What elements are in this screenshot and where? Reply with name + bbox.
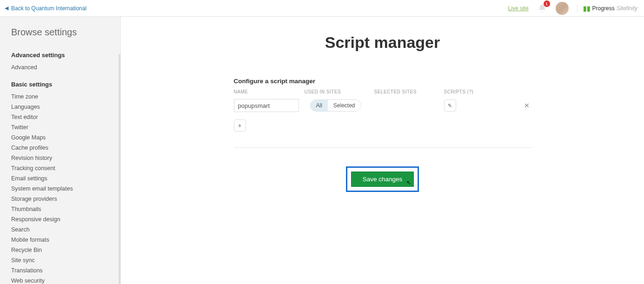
panel-divider [234,147,531,148]
sidebar-item-storage-providers[interactable]: Storage providers [11,194,120,204]
col-header-name: NAME [234,89,305,94]
main-content: Script manager Configure a script manage… [121,17,644,284]
brand-sub: Sitefinity [617,5,637,12]
sidebar-item-languages[interactable]: Languages [11,102,120,112]
script-row: All Selected ✎ ✕ [234,97,531,114]
add-script-button[interactable]: + [234,119,246,132]
sidebar-item-google-maps[interactable]: Google Maps [11,132,120,143]
panel-label: Configure a script manager [234,78,531,85]
browse-settings-title: Browse settings [11,27,120,38]
back-link[interactable]: Back to Quantum International [11,5,86,12]
close-icon: ✕ [524,102,530,109]
sidebar-item-tracking-consent[interactable]: Tracking consent [11,163,120,173]
edit-script-button[interactable]: ✎ [444,99,456,112]
sidebar-item-time-zone[interactable]: Time zone [11,92,120,102]
settings-sidebar: Browse settings Advanced settings Advanc… [0,17,121,284]
pencil-icon: ✎ [448,103,452,109]
table-header-row: NAME USED IN SITES SELECTED SITES SCRIPT… [234,89,531,94]
script-name-input[interactable] [234,99,299,112]
sidebar-item-cache-profiles[interactable]: Cache profiles [11,143,120,153]
save-changes-button[interactable]: Save changes [351,172,414,187]
user-avatar[interactable] [556,2,569,15]
notification-badge: 1 [544,0,550,7]
notification-bell[interactable]: 1 [535,1,549,15]
sidebar-item-email-settings[interactable]: Email settings [11,173,120,184]
progress-logo-icon: ▮▮ [583,5,591,12]
save-button-highlight: Save changes ↖ [346,166,419,192]
segmented-all[interactable]: All [311,100,328,111]
sidebar-item-translations[interactable]: Translations [11,265,120,276]
col-header-scripts: SCRIPTS (?) [444,89,531,94]
brand-name: Progress [592,5,615,12]
sidebar-item-thumbnails[interactable]: Thumbnails [11,204,120,214]
page-title: Script manager [139,33,625,52]
advanced-settings-head: Advanced settings [11,52,120,59]
sidebar-item-responsive-design[interactable]: Responsive design [11,214,120,225]
col-header-used: USED IN SITES [305,89,374,94]
used-in-sites-segmented: All Selected [310,99,361,112]
script-manager-panel: Configure a script manager NAME USED IN … [234,78,531,192]
sidebar-item-mobile-formats[interactable]: Mobile formats [11,235,120,245]
segmented-selected[interactable]: Selected [328,100,361,111]
topbar-left: ◀ Back to Quantum International [5,5,86,12]
sidebar-item-revision-history[interactable]: Revision history [11,153,120,163]
remove-row-button[interactable]: ✕ [522,101,531,110]
sidebar-item-search[interactable]: Search [11,225,120,235]
topbar: ◀ Back to Quantum International Live sit… [0,0,644,17]
brand: ▮▮ Progress Sitefinity [577,5,637,12]
sidebar-item-recycle-bin[interactable]: Recycle Bin [11,245,120,255]
live-site-link[interactable]: Live site [508,5,529,12]
basic-settings-head: Basic settings [11,81,120,88]
plus-icon: + [238,122,241,129]
sidebar-item-site-sync[interactable]: Site sync [11,255,120,265]
back-arrow-icon[interactable]: ◀ [5,5,8,11]
sidebar-item-text-editor[interactable]: Text editor [11,112,120,122]
sidebar-item-twitter[interactable]: Twitter [11,122,120,132]
topbar-right: Live site 1 ▮▮ Progress Sitefinity [508,1,637,15]
sidebar-item-system-email-templates[interactable]: System email templates [11,184,120,194]
sidebar-item-advanced[interactable]: Advanced [11,62,120,73]
col-header-selected-sites: SELECTED SITES [374,89,444,94]
sidebar-item-web-security[interactable]: Web security [11,276,120,284]
